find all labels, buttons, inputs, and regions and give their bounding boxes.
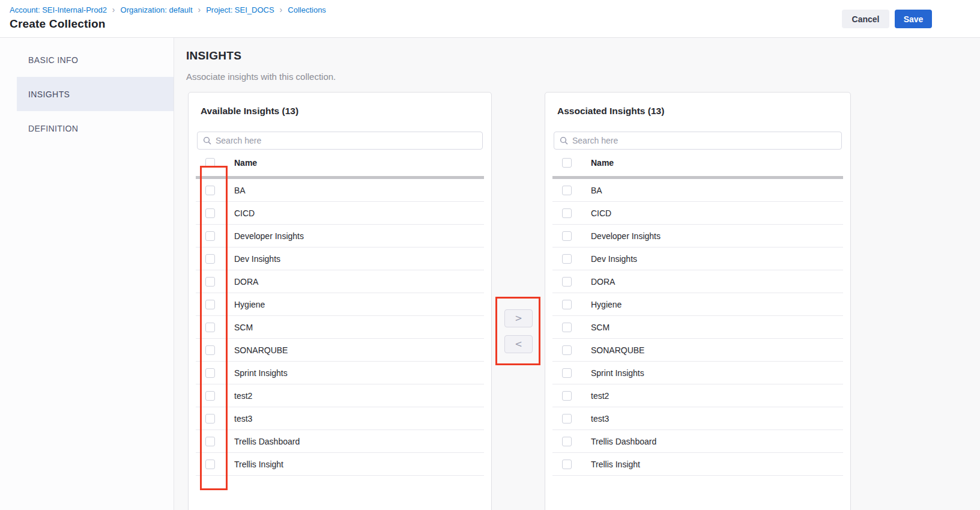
available-table-header: Name [196, 150, 484, 179]
row-checkbox[interactable] [562, 345, 572, 355]
row-checkbox[interactable] [205, 254, 215, 264]
available-insight-row: Trellis Insight [196, 453, 484, 476]
row-checkbox[interactable] [562, 414, 572, 423]
insight-name: test2 [225, 391, 252, 401]
insight-name: Trellis Insight [225, 460, 283, 469]
associated-insight-row: Sprint Insights [552, 362, 843, 384]
insight-name: SCM [225, 323, 253, 332]
available-insight-row: CICD [196, 202, 484, 225]
annotation-box-transfer-buttons [495, 297, 540, 365]
associated-insight-row: test2 [552, 384, 843, 407]
section-heading: INSIGHTS [186, 49, 241, 62]
available-insight-row: test3 [196, 407, 484, 430]
row-checkbox[interactable] [562, 391, 572, 401]
sidebar-item-basic-info[interactable]: BASIC INFO [17, 43, 174, 77]
associated-table-header: Name [552, 150, 843, 179]
available-search-input[interactable] [216, 136, 477, 145]
row-checkbox[interactable] [205, 460, 215, 469]
row-checkbox[interactable] [205, 208, 215, 218]
insight-name: DORA [581, 277, 615, 287]
breadcrumb-organization-link[interactable]: Organization: default [121, 5, 193, 14]
available-table-body: BA CICD Developer Insights Dev Insights [196, 179, 484, 476]
available-insights-panel: Available Insights (13) Name BA CICD [188, 92, 492, 510]
name-column-header: Name [581, 158, 614, 168]
row-checkbox[interactable] [562, 368, 572, 378]
breadcrumb-account-link[interactable]: Account: SEI-Internal-Prod2 [10, 5, 107, 14]
row-checkbox[interactable] [562, 460, 572, 469]
row-checkbox[interactable] [205, 368, 215, 378]
associated-insight-row: Dev Insights [552, 247, 843, 270]
associated-insight-row: Trellis Dashboard [552, 430, 843, 453]
chevron-right-icon: › [112, 5, 115, 14]
row-checkbox[interactable] [562, 186, 572, 195]
associated-insight-row: Hygiene [552, 293, 843, 316]
associated-table-body: BA CICD Developer Insights Dev Insights [552, 179, 843, 476]
breadcrumb-collections-link[interactable]: Collections [288, 5, 326, 14]
insight-name: Sprint Insights [225, 368, 288, 378]
insight-name: Trellis Insight [581, 460, 640, 469]
row-checkbox[interactable] [562, 277, 572, 287]
associated-insights-table: Name BA CICD Developer Insights [552, 150, 843, 476]
insight-name: Dev Insights [581, 254, 637, 264]
associated-insight-row: SCM [552, 316, 843, 339]
row-checkbox[interactable] [205, 231, 215, 241]
row-checkbox[interactable] [562, 254, 572, 264]
available-insight-row: Trellis Dashboard [196, 430, 484, 453]
available-insight-row: BA [196, 179, 484, 202]
move-left-button[interactable]: < [504, 335, 533, 353]
section-subheading: Associate insights with this collection. [186, 71, 336, 82]
row-checkbox[interactable] [205, 391, 215, 401]
insight-name: CICD [225, 208, 255, 218]
available-insight-row: Hygiene [196, 293, 484, 316]
save-button[interactable]: Save [895, 10, 932, 28]
row-checkbox[interactable] [562, 231, 572, 241]
insight-name: BA [225, 186, 246, 195]
row-checkbox[interactable] [205, 437, 215, 446]
move-right-button[interactable]: > [504, 309, 533, 327]
row-checkbox[interactable] [205, 323, 215, 332]
insight-name: test3 [581, 414, 609, 423]
insight-name: Hygiene [581, 300, 622, 309]
associated-search-input[interactable] [572, 136, 836, 145]
available-insight-row: test2 [196, 384, 484, 407]
sidebar-item-definition[interactable]: DEFINITION [17, 111, 174, 145]
cancel-button[interactable]: Cancel [842, 10, 889, 28]
row-checkbox[interactable] [205, 186, 215, 195]
row-checkbox[interactable] [562, 323, 572, 332]
associated-insight-row: Developer Insights [552, 225, 843, 247]
row-checkbox[interactable] [205, 345, 215, 355]
available-insights-table: Name BA CICD Developer Insights [196, 150, 484, 476]
associated-insight-row: BA [552, 179, 843, 202]
row-checkbox[interactable] [205, 277, 215, 287]
associated-insight-row: DORA [552, 270, 843, 293]
available-search-box [197, 132, 483, 150]
row-checkbox[interactable] [205, 300, 215, 309]
insight-name: test3 [225, 414, 252, 423]
associated-select-all-checkbox[interactable] [562, 158, 572, 168]
available-insight-row: Sprint Insights [196, 362, 484, 384]
sidebar: BASIC INFO INSIGHTS DEFINITION [0, 38, 174, 510]
insight-name: test2 [581, 391, 609, 401]
available-select-all-checkbox[interactable] [205, 158, 215, 168]
insight-name: CICD [581, 208, 611, 218]
breadcrumb-project-link[interactable]: Project: SEI_DOCS [206, 5, 274, 14]
insight-name: SONARQUBE [225, 345, 288, 355]
insight-name: Trellis Dashboard [225, 437, 300, 446]
row-checkbox[interactable] [562, 208, 572, 218]
row-checkbox[interactable] [562, 300, 572, 309]
insight-name: DORA [225, 277, 258, 287]
available-insight-row: SONARQUBE [196, 339, 484, 362]
associated-search-box [554, 132, 842, 150]
available-insight-row: DORA [196, 270, 484, 293]
insight-name: SCM [581, 323, 609, 332]
insight-name: BA [581, 186, 602, 195]
search-icon [203, 136, 211, 145]
row-checkbox[interactable] [205, 414, 215, 423]
page-title: Create Collection [10, 17, 106, 31]
row-checkbox[interactable] [562, 437, 572, 446]
insight-name: SONARQUBE [581, 345, 644, 355]
insight-name: Hygiene [225, 300, 265, 309]
insight-name: Dev Insights [225, 254, 280, 264]
sidebar-item-insights[interactable]: INSIGHTS [17, 77, 174, 111]
available-insight-row: Developer Insights [196, 225, 484, 247]
